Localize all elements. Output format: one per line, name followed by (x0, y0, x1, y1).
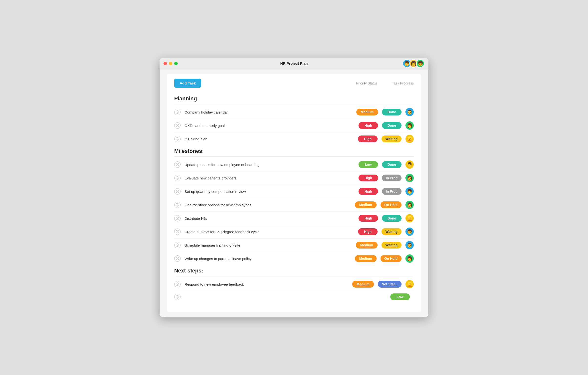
task-row-t6: Set up quarterly compensation reviewHigh… (174, 185, 414, 198)
check-icon (174, 294, 181, 300)
avatar-t12: 👱 (405, 280, 414, 288)
task-progress-header: Task Progress (392, 81, 414, 85)
section-header-planning: Planning: (174, 95, 414, 104)
status-badge-t11[interactable]: On Hold (381, 255, 402, 262)
priority-badge-t1[interactable]: Medium (356, 109, 378, 115)
check-icon-t12[interactable] (174, 281, 181, 287)
priority-badge-t3[interactable]: High (358, 135, 378, 142)
task-row-t11: Write up changes to parental leave polic… (174, 252, 414, 265)
check-icon-t8[interactable] (174, 215, 181, 221)
task-row-t5: Evaluate new benefits providersHighIn Pr… (174, 171, 414, 185)
task-name-t9: Create surveys for 360-degree feedback c… (185, 230, 358, 234)
app-window: HR Project Plan 👨 👩 👦 Add Task Priority … (160, 58, 428, 317)
check-icon-t5[interactable] (174, 175, 181, 181)
avatar-t1: 👨 (405, 108, 414, 116)
window-title: HR Project Plan (280, 61, 308, 65)
section-planning: Planning:Company holiday calendarMediumD… (174, 95, 414, 146)
status-badge-t3[interactable]: Waiting (381, 135, 402, 142)
priority-badge-t11[interactable]: Medium (355, 255, 377, 262)
task-row-t8: Distribute I-9sHighDone👱 (174, 212, 414, 225)
priority-badge-t4[interactable]: Low (359, 161, 378, 168)
task-name-t3: Q1 hiring plan (185, 137, 358, 141)
task-name-t10: Schedule manager training off-site (185, 243, 356, 247)
section-milestones: Milestones:Update process for new employ… (174, 148, 414, 265)
add-task-button[interactable]: Add Task (174, 79, 201, 88)
status-badge-t10[interactable]: Waiting (381, 242, 402, 249)
column-headers: Priority Status Task Progress (356, 81, 414, 85)
check-icon-t6[interactable] (174, 188, 181, 195)
section-header-nextsteps: Next steps: (174, 268, 414, 276)
task-row-t4: Update process for new employee onboardi… (174, 158, 414, 171)
status-badge-t2[interactable]: Done (382, 122, 402, 129)
task-name-t11: Write up changes to parental leave polic… (185, 257, 355, 261)
task-name-t4: Update process for new employee onboardi… (185, 163, 359, 167)
status-badge-t7[interactable]: On Hold (381, 201, 402, 208)
status-badge-t5[interactable]: In Prog (382, 175, 402, 181)
avatar-3: 👦 (416, 59, 425, 68)
priority-badge-t8[interactable]: High (359, 215, 378, 222)
priority-badge-t12[interactable]: Medium (352, 281, 374, 288)
check-icon-t2[interactable] (174, 122, 181, 129)
avatar-t2: 👩 (405, 121, 414, 130)
status-badge-t1[interactable]: Done (382, 109, 402, 115)
titlebar: HR Project Plan 👨 👩 👦 (160, 58, 428, 69)
check-icon-t7[interactable] (174, 202, 181, 208)
section-header-milestones: Milestones: (174, 148, 414, 156)
avatar-t6: 👦 (405, 187, 414, 196)
task-name-t5: Evaluate new benefits providers (185, 176, 359, 180)
task-row-t7: Finalize stock options for new employees… (174, 198, 414, 212)
avatar-t3: 👱 (405, 135, 414, 143)
close-button[interactable] (163, 62, 167, 65)
avatar-t10: 👨 (405, 241, 414, 249)
task-name-t2: OKRs and quarterly goals (185, 124, 359, 128)
avatar-t9: 👦 (405, 228, 414, 236)
toolbar: Add Task Priority Status Task Progress (174, 79, 414, 91)
task-row-t1: Company holiday calendarMediumDone👨 (174, 105, 414, 119)
status-badge-t4[interactable]: Done (382, 161, 402, 168)
minimize-button[interactable] (169, 62, 172, 65)
check-icon-t11[interactable] (174, 255, 181, 262)
task-row-t12: Respond to new employee feedbackMediumNo… (174, 278, 414, 291)
priority-badge-t10[interactable]: Medium (356, 242, 378, 249)
traffic-lights (163, 62, 178, 65)
task-row-t9: Create surveys for 360-degree feedback c… (174, 225, 414, 239)
status-badge-t12[interactable]: Not Star... (378, 281, 402, 288)
priority-badge-t9[interactable]: High (358, 228, 378, 235)
check-icon-t9[interactable] (174, 229, 181, 235)
task-row-partial: Low (174, 291, 414, 303)
priority-badge-t5[interactable]: High (359, 175, 378, 181)
priority-badge-t7[interactable]: Medium (355, 201, 377, 208)
check-icon-t4[interactable] (174, 161, 181, 168)
task-name-t8: Distribute I-9s (185, 216, 359, 220)
collaborators-avatars: 👨 👩 👦 (403, 59, 425, 68)
avatar-t4: 👨 (405, 160, 414, 169)
status-badge-t9[interactable]: Waiting (381, 228, 402, 235)
task-name-t6: Set up quarterly compensation review (185, 189, 359, 194)
task-name-t12: Respond to new employee feedback (185, 282, 352, 286)
priority-badge-t2[interactable]: High (359, 122, 378, 129)
status-badge-t6[interactable]: In Prog (382, 188, 402, 195)
avatar-t8: 👱 (405, 214, 414, 222)
section-nextsteps: Next steps:Respond to new employee feedb… (174, 268, 414, 303)
task-row-t2: OKRs and quarterly goalsHighDone👩 (174, 119, 414, 132)
status-badge-t8[interactable]: Done (382, 215, 402, 222)
priority-badge-t6[interactable]: High (359, 188, 378, 195)
avatar-t7: 👩 (405, 201, 414, 209)
task-row-t10: Schedule manager training off-siteMedium… (174, 239, 414, 252)
main-content: Add Task Priority Status Task Progress P… (167, 74, 421, 312)
check-icon-t1[interactable] (174, 109, 181, 115)
task-row-t3: Q1 hiring planHighWaiting👱 (174, 132, 414, 146)
task-name-t1: Company holiday calendar (185, 110, 356, 114)
task-name-t7: Finalize stock options for new employees (185, 203, 355, 207)
priority-status-header: Priority Status (356, 81, 377, 85)
sections-container: Planning:Company holiday calendarMediumD… (174, 95, 414, 303)
check-icon-t10[interactable] (174, 242, 181, 248)
check-icon-t3[interactable] (174, 136, 181, 142)
maximize-button[interactable] (174, 62, 178, 65)
avatar-t11: 👩 (405, 254, 414, 263)
avatar-t5: 👩 (405, 174, 414, 182)
